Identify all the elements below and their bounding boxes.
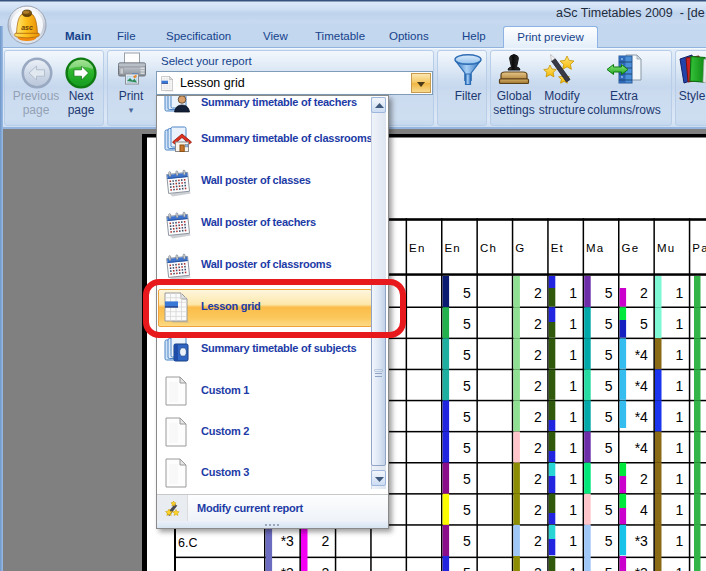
svg-text:4: 4 [640,502,648,518]
svg-text:5: 5 [463,347,471,363]
svg-text:5: 5 [463,565,471,571]
svg-text:5: 5 [605,440,613,456]
svg-text:5: 5 [463,502,471,518]
svg-text:5: 5 [605,533,613,549]
svg-text:5: 5 [605,409,613,425]
svg-text:2: 2 [534,378,542,394]
svg-text:1: 1 [676,409,684,425]
svg-text:1: 1 [676,533,684,549]
svg-text:1: 1 [676,565,684,571]
svg-text:5: 5 [463,533,471,549]
svg-text:1: 1 [569,440,577,456]
svg-text:Ge: Ge [622,242,640,254]
svg-text:5: 5 [605,347,613,363]
svg-text:1: 1 [569,285,577,301]
svg-text:*3: *3 [281,565,294,571]
svg-text:1: 1 [569,502,577,518]
svg-text:2: 2 [534,440,542,456]
svg-text:1: 1 [569,533,577,549]
svg-text:5: 5 [463,409,471,425]
svg-text:2: 2 [322,533,330,549]
svg-text:2: 2 [534,565,542,571]
svg-text:5: 5 [605,285,613,301]
svg-text:Pa: Pa [692,242,706,254]
svg-text:5: 5 [463,316,471,332]
svg-text:1: 1 [569,316,577,332]
svg-text:6.C: 6.C [178,536,197,550]
svg-text:2: 2 [534,409,542,425]
svg-text:5: 5 [463,378,471,394]
svg-text:2: 2 [534,533,542,549]
svg-text:1: 1 [569,409,577,425]
svg-text:Ch: Ch [480,242,497,254]
svg-text:5: 5 [463,471,471,487]
svg-text:asc: asc [21,24,33,31]
svg-text:2: 2 [322,565,330,571]
svg-text:5: 5 [605,378,613,394]
svg-text:1: 1 [676,471,684,487]
svg-text:*4: *4 [635,347,648,363]
svg-text:1: 1 [676,378,684,394]
svg-text:*3: *3 [635,565,648,571]
svg-text:5: 5 [605,502,613,518]
svg-text:1: 1 [569,471,577,487]
svg-text:En: En [445,242,461,254]
svg-text:1: 1 [676,347,684,363]
svg-text:Mu: Mu [657,242,675,254]
svg-text:*4: *4 [635,409,648,425]
svg-text:5: 5 [605,471,613,487]
svg-text:2: 2 [640,285,648,301]
svg-text:1: 1 [676,285,684,301]
svg-text:1: 1 [569,565,577,571]
svg-text:En: En [409,242,425,254]
svg-text:2: 2 [534,285,542,301]
svg-text:*4: *4 [635,440,648,456]
svg-text:5: 5 [463,285,471,301]
svg-text:5: 5 [463,440,471,456]
svg-text:2: 2 [640,471,648,487]
svg-text:2: 2 [534,502,542,518]
svg-text:1: 1 [569,378,577,394]
svg-text:1: 1 [676,502,684,518]
svg-text:5: 5 [640,316,648,332]
svg-text:2: 2 [534,471,542,487]
svg-text:1: 1 [676,440,684,456]
svg-text:2: 2 [534,347,542,363]
svg-text:G: G [515,242,525,254]
svg-text:2: 2 [534,316,542,332]
svg-text:5: 5 [605,565,613,571]
svg-text:*3: *3 [635,533,648,549]
svg-text:*4: *4 [635,378,648,394]
svg-text:5: 5 [605,316,613,332]
svg-text:Et: Et [551,242,564,254]
svg-text:1: 1 [569,347,577,363]
svg-text:Ma: Ma [586,242,604,254]
svg-text:*3: *3 [281,533,294,549]
svg-text:1: 1 [676,316,684,332]
